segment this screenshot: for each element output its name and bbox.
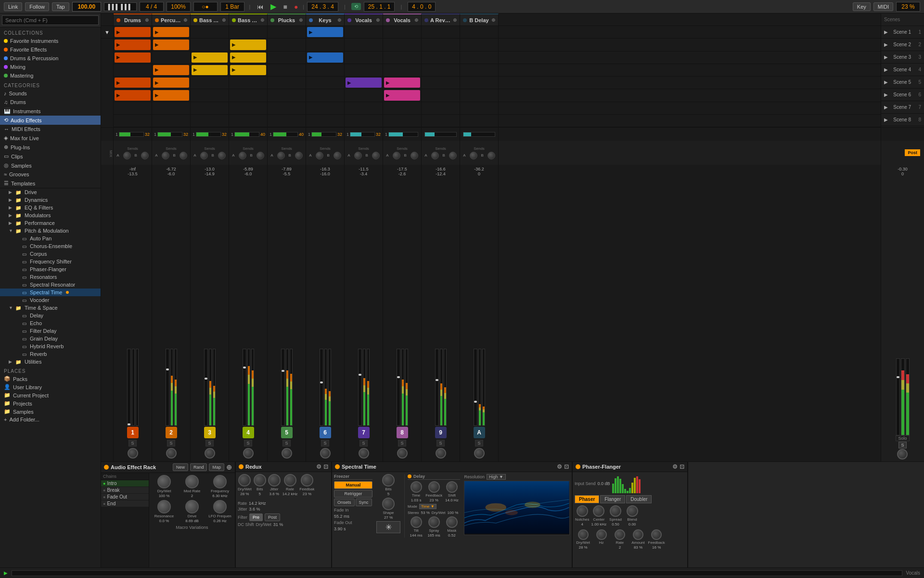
master-s-btn[interactable]: S xyxy=(898,442,906,448)
track-header-drums-0[interactable]: Drums⊕ xyxy=(114,13,152,26)
category-item-plug-ins[interactable]: ⊕Plug-Ins xyxy=(0,143,101,152)
pf-rate-knob[interactable] xyxy=(615,529,625,540)
clip-cell[interactable] xyxy=(191,89,229,101)
clip-cell[interactable]: ▶ xyxy=(114,26,152,38)
pf-feedback-knob[interactable] xyxy=(651,529,662,540)
macro-knob-5[interactable] xyxy=(213,500,227,513)
clip-cell[interactable] xyxy=(383,102,422,114)
pf-center-knob[interactable] xyxy=(593,505,604,517)
clip-cell[interactable] xyxy=(422,64,460,76)
clip-cell[interactable]: ▶ xyxy=(345,77,383,89)
macro-knob-1[interactable] xyxy=(185,475,199,488)
send-a-knob[interactable] xyxy=(277,152,285,159)
rack-header[interactable]: Audio Effect Rack New Rand Map ⊕ xyxy=(101,462,235,473)
solo-button-6[interactable]: S xyxy=(359,440,367,447)
clip-cell[interactable] xyxy=(268,89,306,101)
tree-item-reverb[interactable]: ▭Reverb xyxy=(0,350,101,358)
clip-cell[interactable]: ▶ xyxy=(152,39,191,51)
pan-knob-4[interactable] xyxy=(282,448,292,459)
clip-cell[interactable] xyxy=(383,39,422,51)
place-item-projects[interactable]: 📁Projects xyxy=(0,399,101,407)
clip-cell[interactable] xyxy=(345,89,383,101)
st-close[interactable]: ⊡ xyxy=(564,463,569,470)
map-button[interactable]: Map xyxy=(209,463,224,471)
tree-item-corpus[interactable]: ▭Corpus xyxy=(0,250,101,258)
clip-cell[interactable] xyxy=(460,115,499,127)
solo-button-5[interactable]: S xyxy=(321,440,329,447)
clip-cell[interactable] xyxy=(306,39,345,51)
strip-number-6[interactable]: 7 xyxy=(358,427,370,438)
clip-cell[interactable] xyxy=(306,89,345,101)
place-item-packs[interactable]: 📦Packs xyxy=(0,375,101,383)
tree-item-drive[interactable]: ▶📁Drive xyxy=(0,188,101,196)
clip-cell[interactable] xyxy=(268,26,306,38)
scene-item-7[interactable]: ▶ Scene 88 xyxy=(881,114,924,126)
tree-item-pitch-&-modulation[interactable]: ▼📁Pitch & Modulation xyxy=(0,227,101,235)
send-b-knob[interactable] xyxy=(334,152,341,159)
resolution-select[interactable]: High ▼ xyxy=(487,474,506,480)
pan-knob-9[interactable] xyxy=(474,448,485,459)
send-a-knob[interactable] xyxy=(200,152,208,159)
doubler-btn[interactable]: Doubler xyxy=(626,495,652,503)
send-a-knob[interactable] xyxy=(316,152,323,159)
clip-cell[interactable] xyxy=(422,52,460,64)
rand-button[interactable]: Rand xyxy=(190,463,207,471)
clip-cell[interactable] xyxy=(422,115,460,127)
st-header[interactable]: Spectral Time ⚙ ⊡ xyxy=(332,462,572,472)
redux-header[interactable]: Redux ⚙ ⊡ xyxy=(236,462,331,472)
send-b-knob[interactable] xyxy=(141,152,149,159)
track-header-b-delay-9[interactable]: B Delay⊕ xyxy=(460,13,499,26)
place-item-user-library[interactable]: 👤User Library xyxy=(0,383,101,391)
send-a-knob[interactable] xyxy=(162,152,169,159)
chain-item-end[interactable]: ● End xyxy=(101,500,149,507)
clip-cell[interactable] xyxy=(268,102,306,114)
category-item-instruments[interactable]: 🎹Instruments xyxy=(0,106,101,116)
fader-area-4[interactable] xyxy=(269,177,305,426)
category-item-templates[interactable]: ☰Templates xyxy=(0,179,101,188)
fader-area-6[interactable] xyxy=(346,177,382,426)
clip-cell[interactable] xyxy=(268,52,306,64)
delay-time-knob[interactable] xyxy=(411,481,422,493)
category-item-audio-effects[interactable]: ⟲Audio Effects xyxy=(0,116,101,125)
st-settings[interactable]: ⚙ xyxy=(557,463,562,470)
clip-cell[interactable]: ▶ xyxy=(306,52,345,64)
delay-feedback-knob[interactable] xyxy=(428,481,440,493)
onsets-btn[interactable]: Onsets xyxy=(334,499,355,506)
delay-tilt-knob[interactable] xyxy=(411,516,422,528)
tree-item-frequency-shifter[interactable]: ▭Frequency Shifter xyxy=(0,258,101,265)
midi-button[interactable]: MIDI xyxy=(873,2,893,11)
track-header-bass-hits-2[interactable]: Bass Hits⊕ xyxy=(191,13,229,26)
fader-area-5[interactable] xyxy=(307,177,343,426)
track-header-keys-5[interactable]: Keys⊕ xyxy=(306,13,345,26)
clip-cell[interactable] xyxy=(383,64,422,76)
fader-area-1[interactable] xyxy=(153,177,189,426)
clip-cell[interactable] xyxy=(268,77,306,89)
pan-knob-7[interactable] xyxy=(397,448,408,459)
solo-button-4[interactable]: S xyxy=(282,440,290,447)
bits-knob[interactable] xyxy=(382,474,395,486)
chain-item-fadeout[interactable]: ● Fade Out xyxy=(101,494,149,500)
send-b-knob[interactable] xyxy=(257,152,264,159)
category-item-clips[interactable]: ▭Clips xyxy=(0,152,101,161)
tree-item-utilities[interactable]: ▶📁Utilities xyxy=(0,358,101,366)
link-button[interactable]: Link xyxy=(4,2,22,11)
new-button[interactable]: New xyxy=(173,463,188,471)
clip-cell[interactable] xyxy=(191,77,229,89)
clip-cell[interactable] xyxy=(268,64,306,76)
track-header-percussion-1[interactable]: Percussion⊕ xyxy=(152,13,191,26)
clip-cell[interactable] xyxy=(345,102,383,114)
clip-cell[interactable] xyxy=(191,115,229,127)
tree-item-modulators[interactable]: ▶📁Modulators xyxy=(0,211,101,219)
clip-cell[interactable]: ▶ xyxy=(152,64,191,76)
category-item-samples[interactable]: ◎Samples xyxy=(0,161,101,170)
strip-number-4[interactable]: 5 xyxy=(281,427,293,438)
freeze-star-btn[interactable]: ✳ xyxy=(376,521,400,533)
scene-item-5[interactable]: ▶ Scene 66 xyxy=(881,89,924,101)
place-item-add-folder..[interactable]: +Add Folder... xyxy=(0,416,101,423)
tree-item-echo[interactable]: ▭Echo xyxy=(0,319,101,327)
pan-knob-2[interactable] xyxy=(205,448,215,459)
send-a-knob[interactable] xyxy=(470,152,477,159)
strip-number-8[interactable]: 9 xyxy=(435,427,447,438)
shape-knob[interactable] xyxy=(382,498,395,510)
tree-item-vocoder[interactable]: ▭Vocoder xyxy=(0,296,101,304)
